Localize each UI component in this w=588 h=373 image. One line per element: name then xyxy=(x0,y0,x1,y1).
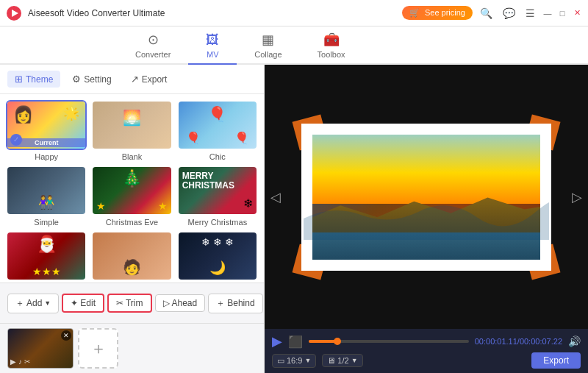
edit-icon: ✦ xyxy=(71,298,78,308)
prev-frame-arrow[interactable]: ◁ xyxy=(270,189,281,205)
wave-svg xyxy=(304,197,549,240)
aspect-ratio-icon: ▭ xyxy=(277,356,284,366)
quality-icon: 🖥 xyxy=(327,356,335,365)
quality-dropdown-arrow: ▼ xyxy=(351,357,358,364)
app-logo xyxy=(6,5,22,21)
theme-grid: 👩 🌟 ♪ ✓ Current Happy 🌅 Blank xyxy=(0,94,264,283)
sub-tabs: ⊞ Theme ⚙ Setting ↗ Export xyxy=(0,65,264,94)
video-preview: ◁ ▷ xyxy=(265,65,588,329)
right-panel: ◁ ▷ xyxy=(265,65,588,373)
theme-icon: ⊞ xyxy=(15,74,23,85)
left-panel: ⊞ Theme ⚙ Setting ↗ Export 👩 🌟 ♪ xyxy=(0,65,265,373)
theme-item-snowy-night[interactable]: ❄ ❄ ❄ 🌙 Snowy Night xyxy=(177,231,258,283)
menu-icon[interactable]: ☰ xyxy=(523,6,538,21)
scissors-clip-icon: ✂ xyxy=(24,358,30,366)
behind-icon: ＋ xyxy=(216,297,225,310)
progress-dot xyxy=(334,338,341,345)
stop-icon: ⬛ xyxy=(288,335,303,349)
aspect-ratio-select[interactable]: ▭ 16:9 ▼ xyxy=(272,354,316,368)
ahead-icon: ▷ xyxy=(163,298,170,308)
tab-collage[interactable]: ▦ Collage xyxy=(237,27,299,65)
play-button[interactable]: ▶ xyxy=(272,333,282,349)
tab-converter[interactable]: ⊙ Converter xyxy=(118,27,188,65)
mv-icon: 🖼 xyxy=(206,32,219,48)
add-button[interactable]: ＋ Add ▼ xyxy=(7,294,59,313)
player-controls: ▶ ⬛ 00:00:01.11/00:00:07.22 🔊 ▭ 16:9 ▼ xyxy=(265,329,588,373)
ratio-dropdown-arrow: ▼ xyxy=(304,357,311,364)
app-title: Aiseesoft Video Converter Ultimate xyxy=(28,8,165,18)
search-icon[interactable]: 🔍 xyxy=(477,6,495,21)
play-icon: ▶ xyxy=(272,333,282,349)
clip-close-button[interactable]: ✕ xyxy=(61,330,71,341)
edit-button[interactable]: ✦ Edit xyxy=(62,294,104,313)
subtab-export[interactable]: ↗ Export xyxy=(123,71,175,88)
stop-button[interactable]: ⬛ xyxy=(288,335,303,349)
player-controls-row2: ▭ 16:9 ▼ 🖥 1/2 ▼ Export xyxy=(272,352,581,369)
video-inner xyxy=(301,124,551,271)
export-icon: ↗ xyxy=(131,74,139,85)
close-button[interactable]: ✕ xyxy=(572,8,582,18)
add-clip-button[interactable]: ＋ xyxy=(78,328,118,369)
see-pricing-button[interactable]: 🛒 See pricing xyxy=(402,6,473,20)
title-bar: Aiseesoft Video Converter Ultimate 🛒 See… xyxy=(0,0,588,26)
trim-button[interactable]: ✂ Trim xyxy=(107,294,152,313)
time-display: 00:00:01.11/00:00:07.22 xyxy=(475,337,562,346)
player-controls-row1: ▶ ⬛ 00:00:01.11/00:00:07.22 🔊 xyxy=(272,333,581,349)
current-label: Current xyxy=(7,138,85,147)
add-clip-plus-icon: ＋ xyxy=(90,338,107,360)
add-dropdown-arrow: ▼ xyxy=(44,299,51,307)
clip-icons: ▶ ♪ ✂ xyxy=(10,358,30,366)
theme-item-chic[interactable]: 🎈 🎈 🎈 Chic xyxy=(177,100,258,161)
collage-icon: ▦ xyxy=(262,32,274,48)
progress-bar[interactable] xyxy=(309,340,469,343)
main-content: ⊞ Theme ⚙ Setting ↗ Export 👩 🌟 ♪ xyxy=(0,65,588,373)
export-button[interactable]: Export xyxy=(531,352,581,369)
music-clip-icon: ♪ xyxy=(18,358,22,366)
clip-thumbnail[interactable]: ✕ ▶ ♪ ✂ xyxy=(7,328,74,369)
next-frame-arrow[interactable]: ▷ xyxy=(572,189,582,205)
quality-select[interactable]: 🖥 1/2 ▼ xyxy=(322,354,362,367)
converter-icon: ⊙ xyxy=(148,32,159,48)
theme-item-simple[interactable]: 👫 Simple xyxy=(6,166,87,227)
chat-icon[interactable]: 💬 xyxy=(500,6,518,21)
plus-icon: ＋ xyxy=(15,297,24,310)
nav-tabs: ⊙ Converter 🖼 MV ▦ Collage 🧰 Toolbox xyxy=(0,26,588,65)
theme-item-modern-life[interactable]: 🧑 Modern Life xyxy=(91,231,172,283)
subtab-setting[interactable]: ⚙ Setting xyxy=(65,71,118,88)
volume-icon[interactable]: 🔊 xyxy=(568,335,581,347)
scissors-icon: ✂ xyxy=(116,298,123,308)
theme-item-merry-christmas[interactable]: MERRY CHRISTMAS ❄ Merry Christmas xyxy=(177,166,258,227)
behind-button[interactable]: ＋ Behind xyxy=(208,294,262,313)
video-frame xyxy=(301,124,551,271)
tab-mv[interactable]: 🖼 MV xyxy=(188,28,237,65)
title-bar-right: 🛒 See pricing 🔍 💬 ☰ — □ ✕ xyxy=(402,6,582,21)
clip-row: ✕ ▶ ♪ ✂ ＋ xyxy=(0,323,264,373)
video-clip-icon: ▶ xyxy=(10,358,16,366)
bottom-toolbar: ＋ Add ▼ ✦ Edit ✂ Trim ▷ Ahead ＋ Behind 《 xyxy=(0,283,264,323)
theme-item-santa-claus[interactable]: 🎅 ★★★ Santa Claus xyxy=(6,231,87,283)
theme-item-blank[interactable]: 🌅 Blank xyxy=(91,100,172,161)
ahead-button[interactable]: ▷ Ahead xyxy=(155,294,206,312)
progress-fill xyxy=(309,340,337,343)
scene-sky xyxy=(304,126,549,205)
theme-item-christmas-eve[interactable]: 🎄 ★ ★ Christmas Eve xyxy=(91,166,172,227)
maximize-button[interactable]: □ xyxy=(557,8,567,18)
minimize-button[interactable]: — xyxy=(542,8,553,18)
theme-item-happy[interactable]: 👩 🌟 ♪ ✓ Current Happy xyxy=(6,100,87,161)
tab-toolbox[interactable]: 🧰 Toolbox xyxy=(300,27,363,65)
title-bar-left: Aiseesoft Video Converter Ultimate xyxy=(6,5,165,21)
subtab-theme[interactable]: ⊞ Theme xyxy=(7,71,60,88)
setting-icon: ⚙ xyxy=(72,74,81,85)
toolbox-icon: 🧰 xyxy=(323,32,340,48)
